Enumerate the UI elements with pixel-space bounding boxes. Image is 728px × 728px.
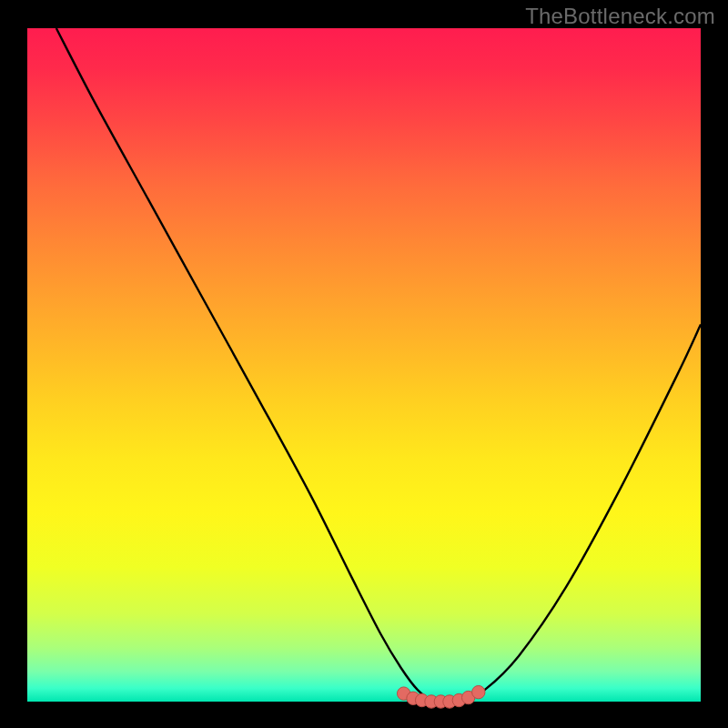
- watermark-text: TheBottleneck.com: [525, 4, 715, 29]
- bottleneck-plot: [0, 0, 728, 728]
- marker-dot: [472, 685, 485, 698]
